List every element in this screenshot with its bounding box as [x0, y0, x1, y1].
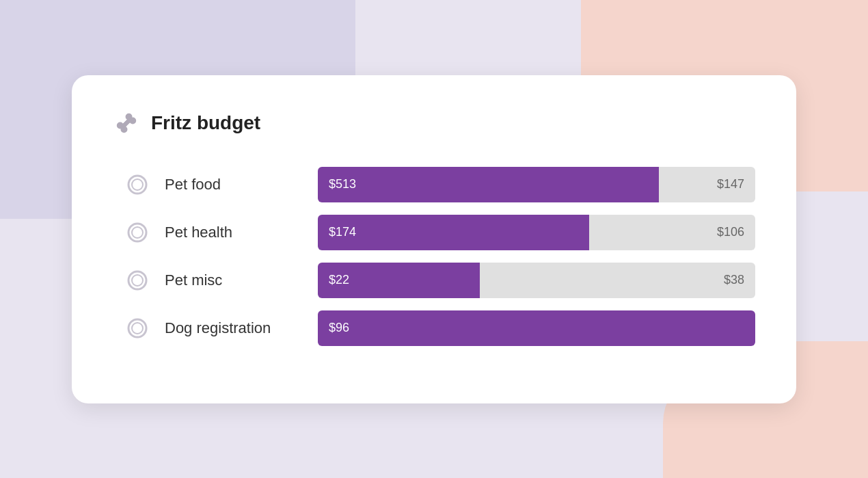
row-label: Pet food	[165, 176, 301, 194]
circle-icon	[126, 222, 148, 243]
row-label: Dog registration	[165, 319, 301, 337]
row-label: Pet health	[165, 224, 301, 241]
budget-row: Dog registration$96	[126, 310, 755, 346]
bar-spent: $22	[318, 263, 480, 298]
bar-container: $174$106	[318, 215, 755, 250]
svg-point-8	[128, 224, 146, 241]
svg-point-11	[132, 275, 143, 286]
budget-row: Pet misc$22$38	[126, 263, 755, 298]
bar-spent: $513	[318, 167, 659, 202]
bar-spent-full: $96	[318, 310, 755, 346]
svg-point-7	[132, 179, 143, 190]
card-header: Fritz budget	[113, 109, 755, 137]
circle-icon	[126, 317, 148, 339]
circle-icon	[126, 269, 148, 291]
bar-remaining: $38	[480, 263, 755, 298]
svg-point-6	[128, 176, 146, 194]
bar-container: $96	[318, 310, 755, 346]
bone-icon	[113, 109, 140, 137]
bar-spent: $174	[318, 215, 589, 250]
svg-point-13	[132, 323, 143, 334]
svg-point-9	[132, 227, 143, 238]
budget-row: Pet food$513$147	[126, 167, 755, 202]
bar-remaining: $106	[589, 215, 755, 250]
svg-rect-5	[121, 118, 132, 129]
circle-icon	[126, 174, 148, 196]
bar-container: $513$147	[318, 167, 755, 202]
card-title: Fritz budget	[151, 112, 260, 134]
bar-container: $22$38	[318, 263, 755, 298]
svg-point-12	[128, 319, 146, 337]
budget-row: Pet health$174$106	[126, 215, 755, 250]
budget-rows: Pet food$513$147 Pet health$174$106 Pet …	[113, 167, 755, 346]
bar-remaining: $147	[659, 167, 755, 202]
budget-card: Fritz budget Pet food$513$147 Pet health…	[72, 75, 796, 403]
row-label: Pet misc	[165, 271, 301, 289]
svg-point-10	[128, 271, 146, 289]
